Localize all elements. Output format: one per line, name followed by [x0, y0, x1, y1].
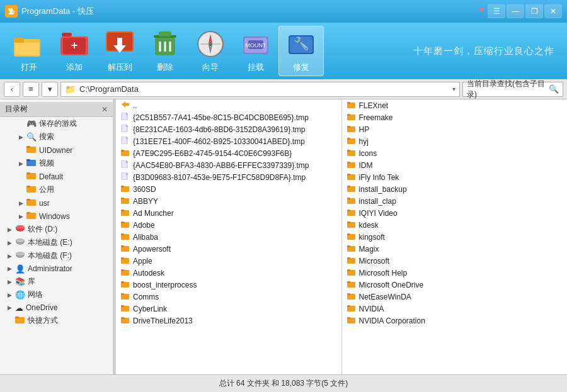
sidebar-item[interactable]: ▶本地磁盘 (F:): [0, 249, 113, 262]
file-item[interactable]: Comms: [116, 291, 341, 303]
file-item[interactable]: iFly Info Tek: [342, 171, 568, 183]
tree-expand-icon[interactable]: [5, 316, 14, 325]
tree-expand-icon[interactable]: ▶: [16, 199, 25, 208]
file-item[interactable]: install_backup: [342, 183, 568, 195]
file-item[interactable]: FLEXnet: [342, 99, 568, 111]
file-item[interactable]: Apowersoft: [116, 243, 341, 255]
tree-expand-icon[interactable]: ▶: [5, 277, 14, 286]
file-item[interactable]: {A7E9C295-E6B2-4745-9154-4C0E6C993F6B}: [116, 147, 341, 159]
sidebar-item[interactable]: ▶🌐网络: [0, 288, 113, 301]
extract-label: 解压到: [108, 62, 132, 73]
toolbar-wizard[interactable]: 向导: [188, 26, 233, 76]
file-item[interactable]: Adobe: [116, 219, 341, 231]
file-item[interactable]: install_clap: [342, 195, 568, 207]
sidebar-item[interactable]: ▶Windows: [0, 210, 113, 223]
file-item[interactable]: boost_interprocess: [116, 279, 341, 291]
minimize-button[interactable]: —: [507, 4, 524, 18]
tree-expand-icon[interactable]: ▶: [16, 133, 25, 142]
file-item[interactable]: Magix: [342, 243, 568, 255]
back-button[interactable]: ‹: [4, 82, 20, 97]
file-item[interactable]: Freemake: [342, 111, 568, 123]
file-item[interactable]: IQIYI Video: [342, 207, 568, 219]
sidebar-item[interactable]: ▶视频: [0, 157, 113, 170]
file-item-icon: [347, 316, 356, 325]
titlebar: 🗜 ProgramData - 快压 ♥ ☰ — ❐ ✕: [0, 0, 567, 23]
file-item[interactable]: Microsoft OneDrive: [342, 279, 568, 291]
tree-expand-icon[interactable]: [16, 120, 25, 128]
sidebar-item[interactable]: Default: [0, 170, 113, 183]
tree-label: 软件 (D:): [28, 224, 57, 235]
sidebar-item[interactable]: 🎮保存的游戏: [0, 117, 113, 130]
tree-folder-icon: [15, 315, 25, 326]
toolbar-extract[interactable]: 解压到: [97, 26, 142, 76]
dropdown-button[interactable]: ▾: [42, 82, 58, 97]
tree-expand-icon[interactable]: ▶: [5, 238, 14, 247]
sidebar-item[interactable]: ▶usr: [0, 196, 113, 210]
tree-expand-icon[interactable]: ▶: [16, 159, 25, 168]
file-item[interactable]: Microsoft Help: [342, 267, 568, 279]
toolbar-open[interactable]: 打开: [6, 26, 52, 76]
file-item[interactable]: {8E231CAE-1603-4db6-8BD6-3152D8A39619}.t…: [116, 123, 341, 135]
tree-folder-icon: [26, 198, 37, 208]
file-item[interactable]: Ad Muncher: [116, 207, 341, 219]
sidebar-item[interactable]: ▶软件 (D:): [0, 223, 113, 236]
tree-expand-icon[interactable]: [16, 172, 25, 181]
close-button[interactable]: ✕: [544, 4, 562, 18]
file-item[interactable]: Alibaba: [116, 231, 341, 243]
menu-button[interactable]: ☰: [488, 4, 505, 18]
file-item[interactable]: Autodesk: [116, 267, 341, 279]
sidebar-item[interactable]: ▶📚库: [0, 275, 113, 288]
file-item[interactable]: kdesk: [342, 219, 568, 231]
file-item[interactable]: {AAC54E80-BFA3-4830-ABB6-EFFEC3397339}.t…: [116, 159, 341, 171]
file-item[interactable]: NVIDIA: [342, 303, 568, 315]
sidebar-item[interactable]: ▶👤Administrator: [0, 262, 113, 275]
sidebar-item[interactable]: 公用: [0, 183, 113, 196]
file-item[interactable]: ABBYY: [116, 195, 341, 207]
svg-rect-95: [347, 138, 350, 140]
file-item[interactable]: Microsoft: [342, 255, 568, 267]
path-dropdown-arrow[interactable]: ▾: [452, 86, 455, 92]
toolbar-mount[interactable]: MOUNT 挂载: [233, 26, 278, 76]
tree-expand-icon[interactable]: ▶: [5, 291, 14, 300]
sidebar-item[interactable]: 快捷方式: [0, 314, 113, 327]
sidebar-item[interactable]: ▶☁OneDrive: [0, 301, 113, 314]
sidebar-item[interactable]: ▶🔍搜索: [0, 130, 113, 143]
tree-expand-icon[interactable]: [16, 186, 25, 194]
file-item[interactable]: HP: [342, 123, 568, 135]
tree-label: OneDrive: [26, 303, 58, 312]
file-item[interactable]: 360SD: [116, 183, 341, 195]
svg-point-45: [16, 238, 25, 242]
sidebar-close[interactable]: ✕: [101, 105, 108, 114]
search-icon[interactable]: 🔍: [549, 84, 559, 94]
file-item[interactable]: DriveTheLife2013: [116, 315, 341, 327]
file-item[interactable]: {B3D09683-8107-453e-9E75-F1FC58D9D8FA}.t…: [116, 171, 341, 183]
file-item[interactable]: ..: [116, 99, 341, 111]
file-item[interactable]: CyberLink: [116, 303, 341, 315]
sidebar-item[interactable]: UIDowner: [0, 143, 113, 157]
tree-expand-icon[interactable]: ▶: [16, 212, 25, 221]
tree-expand-icon[interactable]: ▶: [5, 264, 14, 273]
toolbar-repair[interactable]: 🔧 修复: [278, 26, 324, 76]
file-item[interactable]: IDM: [342, 159, 568, 171]
file-item-name: Autodesk: [133, 269, 164, 277]
toolbar-add[interactable]: + 添加: [52, 26, 97, 76]
tree-folder-icon: 👤: [15, 264, 25, 274]
file-item-name: Magix: [359, 245, 379, 254]
file-item-icon: [121, 125, 130, 134]
toolbar-delete[interactable]: 删除: [142, 26, 188, 76]
tree-expand-icon[interactable]: ▶: [5, 225, 14, 234]
file-item[interactable]: kingsoft: [342, 231, 568, 243]
file-item[interactable]: {131EE7E1-400F-4602-B925-10330041ABED}.t…: [116, 135, 341, 147]
tree-expand-icon[interactable]: ▶: [5, 303, 14, 312]
file-item[interactable]: {2C51B557-7A41-45be-8C15-BC4DCB0BE695}.t…: [116, 111, 341, 123]
tree-expand-icon[interactable]: ▶: [5, 252, 14, 260]
restore-button[interactable]: ❐: [525, 4, 543, 18]
tree-expand-icon[interactable]: [16, 146, 25, 155]
file-item[interactable]: NVIDIA Corporation: [342, 315, 568, 327]
file-item[interactable]: hyj: [342, 135, 568, 147]
sidebar-item[interactable]: ▶本地磁盘 (E:): [0, 236, 113, 249]
file-item[interactable]: NetEaseWinDA: [342, 291, 568, 303]
list-button[interactable]: ≡: [23, 82, 39, 97]
file-item[interactable]: Apple: [116, 255, 341, 267]
file-item[interactable]: Icons: [342, 147, 568, 159]
